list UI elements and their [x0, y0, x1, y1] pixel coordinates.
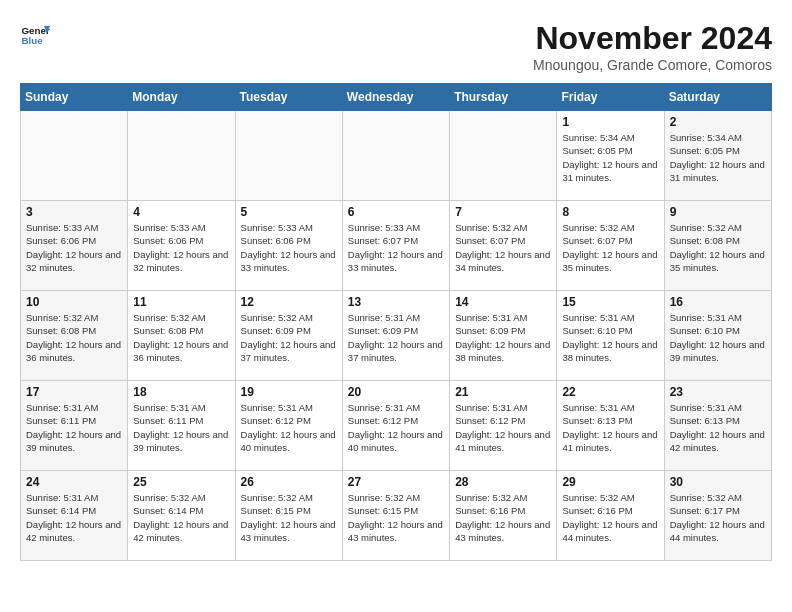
day-info: Sunrise: 5:32 AM Sunset: 6:08 PM Dayligh… [670, 221, 766, 274]
day-number: 23 [670, 385, 766, 399]
calendar-cell [235, 111, 342, 201]
calendar-body: 1Sunrise: 5:34 AM Sunset: 6:05 PM Daylig… [21, 111, 772, 561]
calendar-cell: 28Sunrise: 5:32 AM Sunset: 6:16 PM Dayli… [450, 471, 557, 561]
calendar-cell: 19Sunrise: 5:31 AM Sunset: 6:12 PM Dayli… [235, 381, 342, 471]
day-info: Sunrise: 5:31 AM Sunset: 6:14 PM Dayligh… [26, 491, 122, 544]
week-row-1: 1Sunrise: 5:34 AM Sunset: 6:05 PM Daylig… [21, 111, 772, 201]
week-row-2: 3Sunrise: 5:33 AM Sunset: 6:06 PM Daylig… [21, 201, 772, 291]
calendar-cell: 17Sunrise: 5:31 AM Sunset: 6:11 PM Dayli… [21, 381, 128, 471]
calendar-cell: 21Sunrise: 5:31 AM Sunset: 6:12 PM Dayli… [450, 381, 557, 471]
calendar-cell: 10Sunrise: 5:32 AM Sunset: 6:08 PM Dayli… [21, 291, 128, 381]
calendar-cell: 6Sunrise: 5:33 AM Sunset: 6:07 PM Daylig… [342, 201, 449, 291]
calendar-cell: 5Sunrise: 5:33 AM Sunset: 6:06 PM Daylig… [235, 201, 342, 291]
calendar-cell: 13Sunrise: 5:31 AM Sunset: 6:09 PM Dayli… [342, 291, 449, 381]
day-info: Sunrise: 5:32 AM Sunset: 6:08 PM Dayligh… [26, 311, 122, 364]
day-number: 1 [562, 115, 658, 129]
calendar-cell: 27Sunrise: 5:32 AM Sunset: 6:15 PM Dayli… [342, 471, 449, 561]
week-row-4: 17Sunrise: 5:31 AM Sunset: 6:11 PM Dayli… [21, 381, 772, 471]
day-info: Sunrise: 5:32 AM Sunset: 6:14 PM Dayligh… [133, 491, 229, 544]
day-info: Sunrise: 5:34 AM Sunset: 6:05 PM Dayligh… [562, 131, 658, 184]
calendar-cell: 4Sunrise: 5:33 AM Sunset: 6:06 PM Daylig… [128, 201, 235, 291]
title-area: November 2024 Mnoungou, Grande Comore, C… [533, 20, 772, 73]
day-number: 12 [241, 295, 337, 309]
day-number: 15 [562, 295, 658, 309]
day-info: Sunrise: 5:31 AM Sunset: 6:11 PM Dayligh… [26, 401, 122, 454]
weekday-header-tuesday: Tuesday [235, 84, 342, 111]
day-info: Sunrise: 5:32 AM Sunset: 6:08 PM Dayligh… [133, 311, 229, 364]
calendar-cell: 20Sunrise: 5:31 AM Sunset: 6:12 PM Dayli… [342, 381, 449, 471]
weekday-header-wednesday: Wednesday [342, 84, 449, 111]
day-info: Sunrise: 5:32 AM Sunset: 6:15 PM Dayligh… [241, 491, 337, 544]
calendar-cell: 30Sunrise: 5:32 AM Sunset: 6:17 PM Dayli… [664, 471, 771, 561]
calendar-cell: 24Sunrise: 5:31 AM Sunset: 6:14 PM Dayli… [21, 471, 128, 561]
day-number: 29 [562, 475, 658, 489]
day-number: 14 [455, 295, 551, 309]
day-number: 25 [133, 475, 229, 489]
weekday-header-thursday: Thursday [450, 84, 557, 111]
weekday-header-friday: Friday [557, 84, 664, 111]
day-info: Sunrise: 5:31 AM Sunset: 6:09 PM Dayligh… [455, 311, 551, 364]
svg-text:Blue: Blue [22, 35, 44, 46]
page-header: General Blue November 2024 Mnoungou, Gra… [20, 20, 772, 73]
month-title: November 2024 [533, 20, 772, 57]
day-number: 18 [133, 385, 229, 399]
day-number: 22 [562, 385, 658, 399]
day-info: Sunrise: 5:32 AM Sunset: 6:07 PM Dayligh… [562, 221, 658, 274]
day-number: 20 [348, 385, 444, 399]
weekday-header-sunday: Sunday [21, 84, 128, 111]
day-info: Sunrise: 5:31 AM Sunset: 6:13 PM Dayligh… [670, 401, 766, 454]
day-info: Sunrise: 5:33 AM Sunset: 6:07 PM Dayligh… [348, 221, 444, 274]
day-info: Sunrise: 5:33 AM Sunset: 6:06 PM Dayligh… [133, 221, 229, 274]
day-number: 30 [670, 475, 766, 489]
logo-icon: General Blue [20, 20, 50, 50]
calendar-cell [450, 111, 557, 201]
calendar-cell: 15Sunrise: 5:31 AM Sunset: 6:10 PM Dayli… [557, 291, 664, 381]
day-number: 28 [455, 475, 551, 489]
day-info: Sunrise: 5:33 AM Sunset: 6:06 PM Dayligh… [26, 221, 122, 274]
day-number: 19 [241, 385, 337, 399]
day-number: 8 [562, 205, 658, 219]
day-number: 7 [455, 205, 551, 219]
day-info: Sunrise: 5:34 AM Sunset: 6:05 PM Dayligh… [670, 131, 766, 184]
day-number: 5 [241, 205, 337, 219]
day-info: Sunrise: 5:32 AM Sunset: 6:09 PM Dayligh… [241, 311, 337, 364]
calendar-cell: 25Sunrise: 5:32 AM Sunset: 6:14 PM Dayli… [128, 471, 235, 561]
weekday-header-row: SundayMondayTuesdayWednesdayThursdayFrid… [21, 84, 772, 111]
day-info: Sunrise: 5:31 AM Sunset: 6:11 PM Dayligh… [133, 401, 229, 454]
calendar-cell: 26Sunrise: 5:32 AM Sunset: 6:15 PM Dayli… [235, 471, 342, 561]
week-row-5: 24Sunrise: 5:31 AM Sunset: 6:14 PM Dayli… [21, 471, 772, 561]
day-number: 11 [133, 295, 229, 309]
calendar-cell: 23Sunrise: 5:31 AM Sunset: 6:13 PM Dayli… [664, 381, 771, 471]
day-number: 3 [26, 205, 122, 219]
calendar-cell: 16Sunrise: 5:31 AM Sunset: 6:10 PM Dayli… [664, 291, 771, 381]
day-info: Sunrise: 5:31 AM Sunset: 6:09 PM Dayligh… [348, 311, 444, 364]
calendar-cell: 3Sunrise: 5:33 AM Sunset: 6:06 PM Daylig… [21, 201, 128, 291]
calendar-cell: 9Sunrise: 5:32 AM Sunset: 6:08 PM Daylig… [664, 201, 771, 291]
day-number: 17 [26, 385, 122, 399]
day-number: 21 [455, 385, 551, 399]
day-number: 4 [133, 205, 229, 219]
location-subtitle: Mnoungou, Grande Comore, Comoros [533, 57, 772, 73]
day-number: 16 [670, 295, 766, 309]
calendar-cell: 18Sunrise: 5:31 AM Sunset: 6:11 PM Dayli… [128, 381, 235, 471]
calendar-cell: 8Sunrise: 5:32 AM Sunset: 6:07 PM Daylig… [557, 201, 664, 291]
day-info: Sunrise: 5:33 AM Sunset: 6:06 PM Dayligh… [241, 221, 337, 274]
day-info: Sunrise: 5:31 AM Sunset: 6:12 PM Dayligh… [348, 401, 444, 454]
calendar-table: SundayMondayTuesdayWednesdayThursdayFrid… [20, 83, 772, 561]
calendar-cell [342, 111, 449, 201]
day-number: 24 [26, 475, 122, 489]
calendar-cell: 1Sunrise: 5:34 AM Sunset: 6:05 PM Daylig… [557, 111, 664, 201]
day-info: Sunrise: 5:32 AM Sunset: 6:16 PM Dayligh… [562, 491, 658, 544]
day-info: Sunrise: 5:32 AM Sunset: 6:16 PM Dayligh… [455, 491, 551, 544]
day-number: 9 [670, 205, 766, 219]
day-info: Sunrise: 5:32 AM Sunset: 6:17 PM Dayligh… [670, 491, 766, 544]
day-info: Sunrise: 5:32 AM Sunset: 6:15 PM Dayligh… [348, 491, 444, 544]
logo: General Blue [20, 20, 54, 50]
calendar-cell: 14Sunrise: 5:31 AM Sunset: 6:09 PM Dayli… [450, 291, 557, 381]
day-number: 27 [348, 475, 444, 489]
day-number: 13 [348, 295, 444, 309]
calendar-cell: 22Sunrise: 5:31 AM Sunset: 6:13 PM Dayli… [557, 381, 664, 471]
day-number: 2 [670, 115, 766, 129]
day-number: 10 [26, 295, 122, 309]
weekday-header-monday: Monday [128, 84, 235, 111]
